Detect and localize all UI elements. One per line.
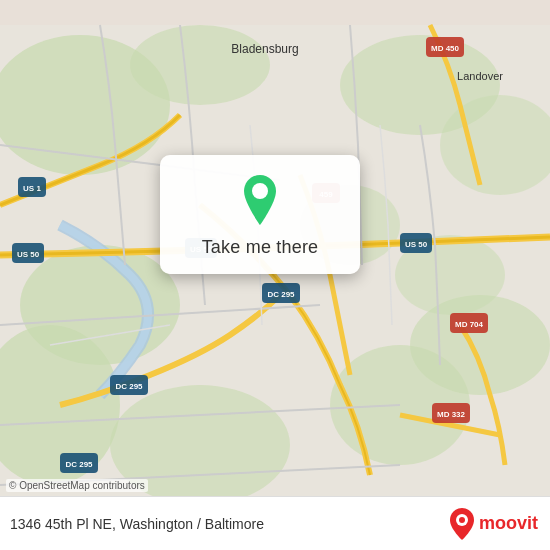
address-label: 1346 45th Pl NE, Washington / Baltimore bbox=[10, 516, 264, 532]
map-container: US 1 US 50 US 50 US 50 459 DC 295 DC 295… bbox=[0, 0, 550, 550]
svg-text:US 50: US 50 bbox=[405, 240, 428, 249]
svg-text:MD 704: MD 704 bbox=[455, 320, 484, 329]
svg-text:DC 295: DC 295 bbox=[267, 290, 295, 299]
bottom-bar: 1346 45th Pl NE, Washington / Baltimore … bbox=[0, 496, 550, 550]
svg-text:Bladensburg: Bladensburg bbox=[231, 42, 298, 56]
moovit-brand-name: moovit bbox=[479, 513, 538, 534]
svg-point-38 bbox=[459, 517, 465, 523]
svg-text:DC 295: DC 295 bbox=[65, 460, 93, 469]
moovit-pin-icon bbox=[448, 507, 476, 541]
take-me-there-button[interactable]: Take me there bbox=[202, 237, 319, 258]
location-pin-icon bbox=[238, 173, 282, 227]
svg-text:DC 295: DC 295 bbox=[115, 382, 143, 391]
svg-text:MD 332: MD 332 bbox=[437, 410, 466, 419]
svg-text:MD 450: MD 450 bbox=[431, 44, 460, 53]
svg-point-2 bbox=[130, 25, 270, 105]
osm-attribution: © OpenStreetMap contributors bbox=[6, 479, 148, 492]
svg-text:US 1: US 1 bbox=[23, 184, 41, 193]
map-background: US 1 US 50 US 50 US 50 459 DC 295 DC 295… bbox=[0, 0, 550, 550]
svg-text:US 50: US 50 bbox=[17, 250, 40, 259]
svg-text:Landover: Landover bbox=[457, 70, 503, 82]
svg-point-36 bbox=[252, 183, 268, 199]
moovit-logo: moovit bbox=[448, 507, 538, 541]
popup-card: Take me there bbox=[160, 155, 360, 274]
